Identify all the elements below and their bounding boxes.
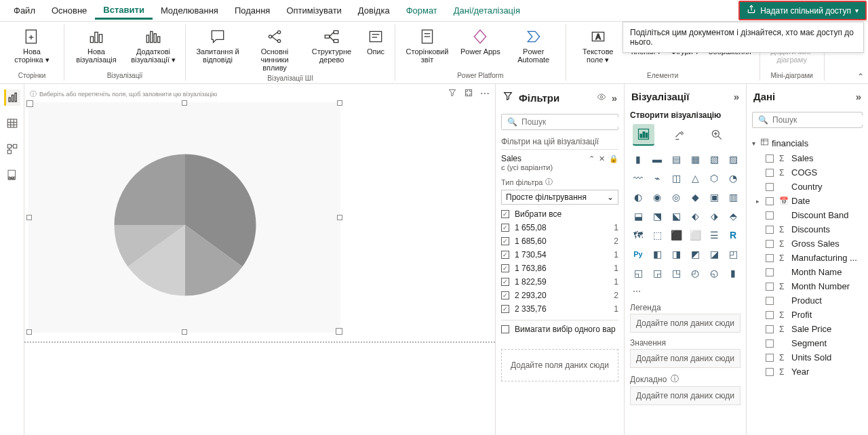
checkbox-icon[interactable] <box>766 183 774 191</box>
checkbox-icon[interactable] <box>766 240 774 248</box>
filters-search[interactable]: 🔍 <box>501 114 618 130</box>
viz-type-35[interactable]: ◰ <box>725 246 741 262</box>
info-small-icon[interactable]: ⓘ <box>545 177 553 187</box>
power-apps-button[interactable]: Power Apps <box>456 24 505 70</box>
filter-select-all[interactable]: Вибрати все <box>501 207 618 221</box>
viz-type-16[interactable]: ▣ <box>706 189 722 205</box>
more-visuals[interactable]: ⋯ <box>630 285 741 297</box>
checkbox-icon[interactable] <box>501 224 509 232</box>
checkbox-icon[interactable] <box>766 197 774 205</box>
field-month-name[interactable]: Month Name <box>752 265 863 279</box>
power-automate-button[interactable]: Power Automate <box>506 24 561 70</box>
lock-icon[interactable]: 🔒 <box>609 154 618 163</box>
viz-type-13[interactable]: ◉ <box>649 189 665 205</box>
checkbox-icon[interactable] <box>501 325 509 333</box>
narrative-button[interactable]: Опис <box>361 24 391 73</box>
viz-type-15[interactable]: ◆ <box>687 189 703 205</box>
filters-search-input[interactable] <box>521 117 623 127</box>
checkbox-icon[interactable] <box>766 154 774 163</box>
field-segment[interactable]: Segment <box>752 336 863 350</box>
filter-value-row[interactable]: 1 655,081 <box>501 221 618 234</box>
viz-type-6[interactable]: 〰 <box>630 170 646 186</box>
dax-view-icon[interactable]: DAX <box>4 167 20 183</box>
collapse-icon[interactable]: » <box>612 92 617 104</box>
report-canvas[interactable]: ⓘ Виберіть або перетягніть поля, щоб зап… <box>24 84 495 435</box>
more-visuals-button[interactable]: Додаткові візуалізації ▾ <box>125 24 181 70</box>
qa-button[interactable]: Запитання й відповіді <box>190 24 245 73</box>
checkbox-icon[interactable] <box>766 311 774 319</box>
viz-type-38[interactable]: ◳ <box>668 265 684 281</box>
checkbox-icon[interactable] <box>501 264 509 272</box>
viz-type-22[interactable]: ⬗ <box>706 208 722 224</box>
share-button[interactable]: Надати спільний доступ ▾ <box>738 1 867 20</box>
filter-value-row[interactable]: 1 730,541 <box>501 248 618 262</box>
collapse-icon[interactable]: » <box>734 91 739 102</box>
viz-type-17[interactable]: ▥ <box>725 189 741 205</box>
viz-type-1[interactable]: ▬ <box>649 151 665 167</box>
viz-type-39[interactable]: ◴ <box>687 265 703 281</box>
field-date[interactable]: ▸📅Date <box>752 194 863 208</box>
field-product[interactable]: Product <box>752 293 863 308</box>
viz-type-19[interactable]: ⬔ <box>649 208 665 224</box>
viz-type-29[interactable]: R <box>725 227 741 243</box>
checkbox-icon[interactable] <box>501 210 509 218</box>
field-year[interactable]: ΣYear <box>752 365 863 379</box>
viz-analytics-mode[interactable] <box>706 124 728 146</box>
viz-type-11[interactable]: ◔ <box>725 170 741 186</box>
checkbox-icon[interactable] <box>501 278 509 286</box>
report-view-icon[interactable] <box>4 89 20 106</box>
tab-modeling[interactable]: Моделювання <box>153 3 226 18</box>
viz-type-12[interactable]: ◐ <box>630 189 646 205</box>
field-country[interactable]: Country <box>752 180 863 194</box>
field-manufacturing-[interactable]: ΣManufacturing ... <box>752 251 863 265</box>
checkbox-icon[interactable] <box>766 226 774 234</box>
viz-format-mode[interactable] <box>669 124 691 146</box>
viz-type-9[interactable]: △ <box>687 170 703 186</box>
viz-type-33[interactable]: ◩ <box>687 246 703 262</box>
well-values-drop[interactable]: Додайте поля даних сюди <box>630 349 741 368</box>
checkbox-icon[interactable] <box>501 237 509 245</box>
checkbox-icon[interactable] <box>766 254 774 262</box>
tab-view[interactable]: Подання <box>226 3 279 18</box>
more-icon[interactable]: ⋯ <box>480 88 490 100</box>
viz-type-8[interactable]: ◫ <box>668 170 684 186</box>
checkbox-icon[interactable] <box>766 354 774 362</box>
tab-home[interactable]: Основне <box>43 3 95 18</box>
new-visual-button[interactable]: Нова візуалізація <box>68 24 124 70</box>
tab-optimize[interactable]: Оптимізувати <box>278 3 349 18</box>
checkbox-icon[interactable] <box>766 283 774 291</box>
filter-drop-zone[interactable]: Додайте поля даних сюди <box>501 349 618 381</box>
pie-visual[interactable] <box>28 102 340 333</box>
checkbox-icon[interactable] <box>766 211 774 220</box>
viz-type-41[interactable]: ▮ <box>725 265 741 281</box>
viz-type-14[interactable]: ◎ <box>668 189 684 205</box>
viz-type-25[interactable]: ⬚ <box>649 227 665 243</box>
eye-icon[interactable] <box>597 92 606 104</box>
field-month-number[interactable]: ΣMonth Number <box>752 279 863 293</box>
filter-value-row[interactable]: 1 685,602 <box>501 234 618 248</box>
tab-help[interactable]: Довідка <box>350 3 398 18</box>
viz-type-30[interactable]: Py <box>630 246 646 262</box>
clear-icon[interactable]: ✕ <box>599 154 605 163</box>
field-sale-price[interactable]: ΣSale Price <box>752 322 863 336</box>
key-influencers-button[interactable]: Основні чинники впливу <box>247 24 302 73</box>
viz-type-32[interactable]: ◨ <box>668 246 684 262</box>
filter-icon[interactable] <box>448 88 457 100</box>
viz-type-27[interactable]: ⬜ <box>687 227 703 243</box>
field-sales[interactable]: ΣSales <box>752 151 863 165</box>
viz-type-20[interactable]: ⬕ <box>668 208 684 224</box>
checkbox-icon[interactable] <box>766 325 774 333</box>
filter-type-select[interactable]: Просте фільтрування ⌄ <box>501 190 618 205</box>
textbox-button[interactable]: A Текстове поле ▾ <box>570 24 626 70</box>
data-search[interactable]: 🔍 <box>752 112 863 128</box>
filter-value-row[interactable]: 1 822,591 <box>501 275 618 289</box>
tab-file[interactable]: Файл <box>5 3 43 18</box>
field-discount-band[interactable]: Discount Band <box>752 208 863 222</box>
filter-value-row[interactable]: 1 763,861 <box>501 262 618 275</box>
tab-format[interactable]: Формат <box>398 3 446 18</box>
checkbox-icon[interactable] <box>766 297 774 305</box>
paginated-report-button[interactable]: Сторінковий звіт <box>399 24 455 70</box>
viz-type-10[interactable]: ⬡ <box>706 170 722 186</box>
tab-data-drill[interactable]: Дані/деталізація <box>446 3 528 18</box>
viz-type-4[interactable]: ▧ <box>706 151 722 167</box>
